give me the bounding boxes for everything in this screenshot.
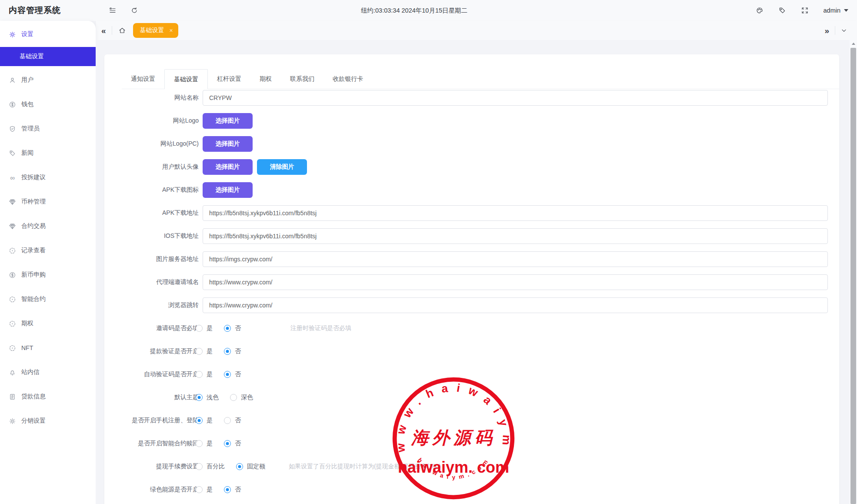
browser-redirect-input[interactable] (203, 297, 828, 313)
sidebar-item-feedback[interactable]: ∞ 投拆建议 (0, 165, 96, 190)
main-content: 通知设置 基础设置 杠杆设置 期权 联系我们 收款银行卡 网站名称 网站Logo… (96, 40, 857, 504)
radio-icon (224, 325, 231, 332)
tag-nav-right: » (819, 26, 857, 35)
radio-yes[interactable]: 是 (196, 486, 213, 494)
form-row-browser-redirect: 浏览器跳转 (104, 297, 839, 313)
tab-notify-settings[interactable]: 通知设置 (122, 69, 164, 89)
fullscreen-icon[interactable] (801, 7, 809, 14)
sidebar-item-news[interactable]: 新闻 (0, 141, 96, 165)
home-icon[interactable] (112, 27, 128, 34)
radio-no[interactable]: 否 (224, 486, 241, 494)
tab-bank-cards[interactable]: 收款银行卡 (323, 69, 372, 89)
refresh-icon[interactable] (130, 7, 138, 14)
tab-contact-us[interactable]: 联系我们 (281, 69, 323, 89)
tags-scroll-left-icon[interactable]: « (96, 27, 112, 35)
form-row-green-energy: 绿色能源是否开启 是 否 (104, 482, 839, 497)
sidebar-item-loan-info[interactable]: 贷款信息 (0, 384, 96, 409)
tag-icon[interactable] (778, 7, 786, 14)
agent-domain-input[interactable] (203, 274, 828, 290)
header-clock: 纽约:03:03:34 2024年10月15日星期二 (361, 0, 467, 21)
scroll-up-arrow-icon[interactable] (850, 40, 857, 47)
sidebar-item-site-message[interactable]: 站内信 (0, 360, 96, 384)
radio-group: 是 否 (196, 440, 252, 447)
radio-yes[interactable]: 是 (196, 347, 213, 355)
radio-icon (230, 394, 237, 401)
sidebar-item-options[interactable]: 期权 (0, 311, 96, 336)
sidebar-item-admins[interactable]: 管理员 (0, 117, 96, 141)
choose-image-button[interactable]: 选择图片 (203, 182, 253, 198)
caret-down-icon (844, 9, 848, 12)
palette-icon[interactable] (756, 7, 764, 14)
choose-image-button[interactable]: 选择图片 (203, 159, 253, 175)
tags-menu-chevron-down-icon[interactable] (835, 27, 853, 34)
radio-yes[interactable]: 是 (196, 440, 213, 447)
dashed-circle-icon (9, 320, 16, 327)
image-server-input[interactable] (203, 251, 828, 267)
breadcrumb-tag-label: 基础设置 (140, 27, 164, 34)
site-name-input[interactable] (203, 90, 828, 106)
radio-fixed-amount[interactable]: 固定额 (236, 463, 265, 471)
tags-scroll-right-icon[interactable]: » (819, 27, 835, 35)
breadcrumb-tag-active[interactable]: 基础设置 × (133, 23, 178, 38)
radio-yes[interactable]: 是 (196, 324, 213, 332)
form-row-phone-register: 是否开启手机注册、登陆 是 否 (104, 413, 839, 428)
sidebar-item-users[interactable]: 用户 (0, 68, 96, 92)
radio-no[interactable]: 否 (224, 324, 241, 332)
choose-image-button[interactable]: 选择图片 (203, 113, 253, 129)
sidebar-item-nft[interactable]: NFT (0, 336, 96, 360)
radio-group: 是 否 (196, 417, 252, 424)
sidebar-item-settings[interactable]: 设置 (0, 23, 96, 45)
radio-yes[interactable]: 是 (196, 417, 213, 424)
radio-icon (224, 371, 231, 378)
radio-group: 是 否 (196, 370, 252, 378)
form-row-site-name: 网站名称 (104, 90, 839, 106)
radio-no[interactable]: 否 (224, 347, 241, 355)
sidebar-item-basic-settings[interactable]: 基础设置 (0, 47, 96, 66)
radio-icon (196, 371, 203, 378)
radio-icon (196, 463, 203, 470)
radio-no[interactable]: 否 (224, 417, 241, 424)
choose-image-button[interactable]: 选择图片 (203, 136, 253, 152)
radio-dark-theme[interactable]: 深色 (230, 394, 253, 401)
sidebar-item-wallet[interactable]: 钱包 (0, 92, 96, 117)
clear-image-button[interactable]: 清除图片 (257, 159, 307, 175)
vertical-scrollbar[interactable] (850, 40, 857, 504)
apk-url-input[interactable] (203, 205, 828, 221)
radio-group: 百分比 固定额 (196, 463, 277, 471)
radio-yes[interactable]: 是 (196, 370, 213, 378)
tab-options[interactable]: 期权 (250, 69, 281, 89)
sidebar-item-smart-contract[interactable]: 智能合约 (0, 287, 96, 311)
radio-no[interactable]: 否 (224, 370, 241, 378)
basic-settings-form: 网站名称 网站Logo 选择图片 网站Logo(PC) 选择图片 用户默认头像 … (104, 89, 839, 497)
dashed-circle-icon (9, 247, 16, 254)
tab-leverage-settings[interactable]: 杠杆设置 (208, 69, 250, 89)
radio-icon (224, 440, 231, 447)
form-row-default-theme: 默认主题 浅色 深色 (104, 390, 839, 405)
bell-icon (9, 369, 16, 376)
radio-no[interactable]: 否 (224, 440, 241, 447)
form-row-site-logo-pc: 网站Logo(PC) 选择图片 (104, 136, 839, 152)
scrollbar-thumb[interactable] (850, 48, 856, 504)
radio-icon (196, 325, 203, 332)
form-row-agent-domain: 代理端邀请域名 (104, 274, 839, 290)
form-row-site-logo: 网站Logo 选择图片 (104, 113, 839, 129)
radio-light-theme[interactable]: 浅色 (196, 394, 219, 401)
radio-icon (224, 348, 231, 355)
close-icon[interactable]: × (170, 27, 173, 34)
form-row-auto-captcha: 自动验证码是否开启 是 否 (104, 367, 839, 382)
form-row-ios-url: IOS下载地址 (104, 228, 839, 244)
sidebar-item-contract-trading[interactable]: 合约交易 (0, 214, 96, 238)
radio-percentage[interactable]: 百分比 (196, 463, 225, 471)
sidebar-item-new-coin-subscribe[interactable]: 新币申购 (0, 263, 96, 287)
sidebar-item-coin-management[interactable]: 币种管理 (0, 190, 96, 214)
collapse-sidebar-icon[interactable] (109, 7, 117, 14)
sidebar-menu: 设置 基础设置 用户 钱包 管理员 新闻 ∞ 投 (0, 21, 96, 504)
radio-icon (196, 394, 203, 401)
sidebar-item-records[interactable]: 记录查看 (0, 238, 96, 263)
user-menu[interactable]: admin (824, 7, 849, 14)
form-row-invite-required: 邀请码是否必填 是 否 注册时验证码是否必填 (104, 320, 839, 336)
sidebar-item-distribution-settings[interactable]: 分销设置 (0, 409, 96, 433)
tab-basic-settings[interactable]: 基础设置 (164, 69, 208, 89)
ios-url-input[interactable] (203, 228, 828, 244)
dollar-circle-icon (9, 271, 16, 279)
